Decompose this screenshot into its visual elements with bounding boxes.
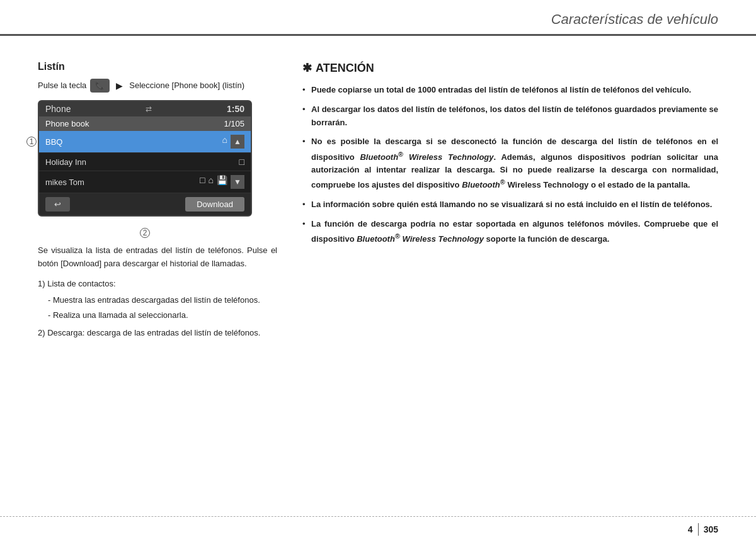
- contact-bbq: BBQ: [45, 137, 62, 147]
- attention-bullet-list: Puede copiarse un total de 1000 entradas…: [302, 84, 718, 246]
- bullet-5: La función de descarga podría no estar s…: [302, 218, 718, 246]
- back-icon: ↩: [54, 200, 61, 209]
- bullet-4: La información sobre quién está llamando…: [302, 198, 718, 212]
- phone-header-icons: ⇄: [146, 104, 152, 113]
- header-title: Características de vehículo: [551, 11, 718, 28]
- phone-header-time: 1:50: [227, 104, 244, 114]
- scroll-up-btn[interactable]: ▲: [231, 135, 244, 149]
- phone-screen-mockup: Phone ⇄ 1:50 Phone book 1/105 BBQ ⌂: [38, 100, 252, 217]
- phone-header-title: Phone: [45, 104, 71, 114]
- bullet-2: Al descargar los datos del listín de tel…: [302, 103, 718, 130]
- contact-holiday: Holiday Inn: [45, 157, 86, 167]
- phone-row-holiday: Holiday Inn □: [39, 153, 251, 171]
- page-number: 4 305: [688, 523, 718, 536]
- phone-footer: ↩ Download: [39, 193, 251, 215]
- row-icons-holiday: □: [239, 157, 244, 167]
- home2-icon: ⌂: [209, 175, 214, 189]
- save-icon: 💾: [217, 175, 227, 189]
- left-column: Listín Pulse la tecla 📞 ▶ Seleccione [Ph…: [38, 61, 277, 342]
- row-icons-mikes: □ ⌂ 💾 ▼: [200, 175, 244, 189]
- phone-row-bbq: BBQ ⌂ ▲: [39, 131, 251, 153]
- intro-prefix: Pulse la tecla: [38, 79, 86, 92]
- phone-subheader: Phone book 1/105: [39, 116, 251, 131]
- transfer-icon: ⇄: [146, 104, 152, 113]
- bullet-1: Puede copiarse un total de 1000 entradas…: [302, 84, 718, 97]
- attention-title: ATENCIÓN: [316, 62, 374, 75]
- bullet-3: No es posible la descarga si se desconec…: [302, 135, 718, 192]
- page-divider: [698, 523, 699, 536]
- right-column: ✱ ATENCIÓN Puede copiarse un total de 10…: [302, 61, 718, 342]
- phonebook-label: Phone book: [45, 119, 89, 128]
- page-footer: 4 305: [0, 516, 756, 542]
- back-button[interactable]: ↩: [45, 197, 70, 212]
- phonebook-count: 1/105: [224, 119, 244, 128]
- list-item-2-main: 2) Descarga: descarga de las entradas de…: [38, 326, 277, 340]
- download-button[interactable]: Download: [185, 197, 244, 212]
- attention-header: ✱ ATENCIÓN: [302, 61, 718, 75]
- content-area: Listín Pulse la tecla 📞 ▶ Seleccione [Ph…: [0, 36, 756, 368]
- list-sub-1a: - Muestra las entradas descargadas del l…: [48, 293, 277, 307]
- attention-star-icon: ✱: [302, 61, 312, 75]
- row-icons-bbq: ⌂ ▲: [222, 135, 244, 149]
- contact-mikes: mikes Tom: [45, 178, 84, 187]
- section-title: Listín: [38, 61, 277, 72]
- mobile-icon: □: [239, 157, 244, 167]
- phone-icon: 📞: [95, 80, 105, 91]
- page-header: Características de vehículo: [0, 0, 756, 36]
- intro-suffix: Seleccione [Phone book] (listín): [129, 79, 244, 92]
- page-number-value: 305: [704, 524, 718, 534]
- phone-row-mikes: mikes Tom □ ⌂ 💾 ▼: [39, 171, 251, 193]
- scroll-down-btn[interactable]: ▼: [231, 175, 244, 189]
- arrow-right: ▶: [116, 79, 123, 93]
- home-icon: ⌂: [222, 135, 227, 149]
- annotation-1: 1: [26, 137, 37, 147]
- list-item-1-main: 1) Lista de contactos:: [38, 277, 277, 291]
- annotation-2: 2: [140, 228, 150, 238]
- phone-body: BBQ ⌂ ▲ Holiday Inn □: [39, 131, 251, 193]
- chapter-number: 4: [688, 524, 693, 534]
- intro-text: Pulse la tecla 📞 ▶ Seleccione [Phone boo…: [38, 79, 277, 93]
- list-sub-1b: - Realiza una llamada al seleccionarla.: [48, 308, 277, 322]
- phone-screen-header: Phone ⇄ 1:50: [39, 101, 251, 116]
- key-button: 📞: [90, 79, 110, 93]
- desc-text: Se visualiza la lista de entradas del li…: [38, 244, 277, 271]
- list-section: 1) Lista de contactos: - Muestra las ent…: [38, 277, 277, 340]
- mobile2-icon: □: [200, 175, 205, 189]
